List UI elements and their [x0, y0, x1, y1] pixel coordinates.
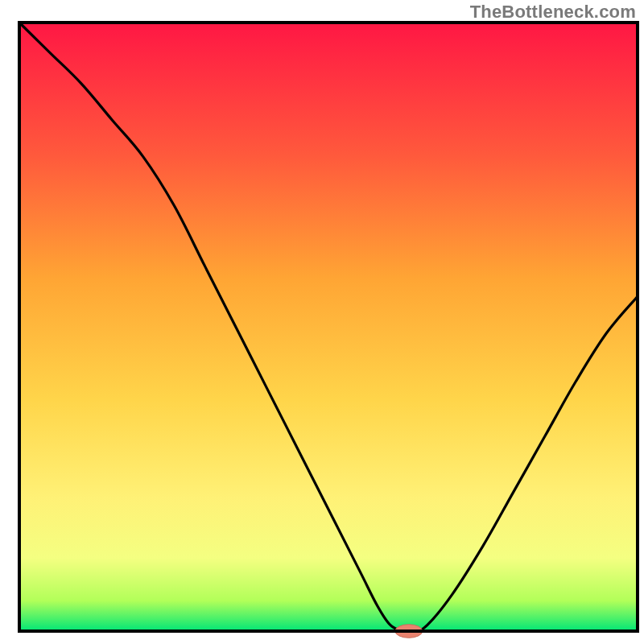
watermark-text: TheBottleneck.com	[470, 2, 636, 23]
chart-svg	[0, 0, 644, 644]
bottleneck-chart: TheBottleneck.com	[0, 0, 644, 644]
plot-background	[19, 23, 638, 631]
